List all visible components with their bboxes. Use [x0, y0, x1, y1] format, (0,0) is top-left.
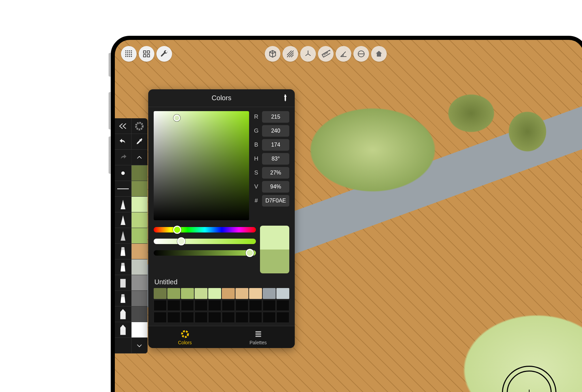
- empty-swatch[interactable]: [263, 300, 276, 311]
- swatch-slot-1[interactable]: [132, 181, 148, 196]
- chevron-up-icon[interactable]: [132, 150, 148, 165]
- redo-icon[interactable]: [115, 150, 132, 165]
- axis-icon[interactable]: [300, 46, 316, 62]
- brush-tool-marker[interactable]: [115, 244, 132, 259]
- empty-swatch[interactable]: [222, 312, 235, 323]
- brush-tool-calli[interactable]: [115, 322, 132, 337]
- empty-swatch[interactable]: [208, 312, 221, 323]
- color-wheel-icon[interactable]: [132, 118, 148, 134]
- swatch-slot[interactable]: [132, 228, 148, 243]
- apps-grid-icon[interactable]: [139, 46, 154, 62]
- gallery-grid-icon[interactable]: [121, 46, 137, 62]
- empty-swatch[interactable]: [195, 312, 208, 323]
- svg-rect-16: [143, 51, 146, 53]
- brush-tool-flat[interactable]: [115, 275, 132, 290]
- collapse-sidebar-icon[interactable]: [115, 118, 132, 134]
- palette-swatch[interactable]: [249, 288, 262, 299]
- palette-swatch[interactable]: [181, 288, 194, 299]
- panel-tabs: Colors Palettes: [148, 326, 295, 348]
- empty-swatch[interactable]: [167, 312, 180, 323]
- value-slider[interactable]: [154, 250, 256, 256]
- empty-swatch[interactable]: [208, 300, 221, 311]
- brush-tool-pen[interactable]: [115, 197, 132, 212]
- tab-colors[interactable]: Colors: [148, 326, 221, 348]
- palettes-tab-icon: [254, 330, 263, 338]
- empty-swatch[interactable]: [249, 312, 262, 323]
- empty-swatch[interactable]: [154, 300, 167, 311]
- empty-swatch[interactable]: [249, 300, 262, 311]
- swatch-slot[interactable]: [132, 197, 148, 212]
- label-v: V: [253, 183, 259, 190]
- swatch-slot[interactable]: [132, 244, 148, 259]
- palette-swatch[interactable]: [208, 288, 221, 299]
- hue-thumb[interactable]: [173, 226, 181, 234]
- swatch-slot[interactable]: [132, 212, 148, 228]
- ruler-icon[interactable]: [318, 46, 334, 62]
- object-3d-icon[interactable]: [265, 46, 280, 62]
- brush-tool-marker[interactable]: [115, 291, 132, 306]
- sv-cursor[interactable]: [173, 115, 180, 121]
- empty-swatch[interactable]: [276, 300, 289, 311]
- settings-wrench-icon[interactable]: [156, 46, 172, 62]
- swatch-slot[interactable]: [132, 291, 148, 306]
- preview-previous: [260, 250, 289, 273]
- brush-tool-marker[interactable]: [115, 259, 132, 275]
- empty-swatch[interactable]: [235, 312, 248, 323]
- saturation-value-picker[interactable]: [154, 111, 249, 220]
- brush-tool-pen[interactable]: [115, 212, 132, 228]
- label-s: S: [253, 169, 259, 176]
- empty-swatch[interactable]: [222, 300, 235, 311]
- palette-swatch[interactable]: [222, 288, 235, 299]
- value-h[interactable]: 83°: [262, 153, 289, 165]
- val-thumb[interactable]: [246, 249, 254, 257]
- chevron-down-icon[interactable]: [132, 338, 148, 353]
- swatch-slot[interactable]: [132, 306, 148, 322]
- palette-swatch[interactable]: [195, 288, 208, 299]
- svg-point-11: [131, 54, 132, 55]
- swatch-slot-top[interactable]: [132, 165, 148, 181]
- brush-tool-calli[interactable]: [115, 306, 132, 322]
- swatch-slot[interactable]: [132, 259, 148, 275]
- eyedropper-tool-icon[interactable]: [132, 134, 148, 149]
- panel-eyedropper-icon[interactable]: [280, 93, 291, 103]
- palette-swatch-row: [154, 288, 289, 299]
- value-hex[interactable]: D7F0AE: [262, 195, 289, 207]
- value-b[interactable]: 174: [262, 139, 289, 151]
- empty-swatch[interactable]: [263, 312, 276, 323]
- value-s[interactable]: 27%: [262, 167, 289, 179]
- empty-swatch[interactable]: [154, 312, 167, 323]
- palette-swatch[interactable]: [276, 288, 289, 299]
- swatch-slot[interactable]: [132, 322, 148, 337]
- palette-swatch[interactable]: [235, 288, 248, 299]
- brush-shape-line[interactable]: [115, 181, 132, 196]
- label-r: R: [253, 114, 259, 120]
- saturation-slider[interactable]: [154, 239, 256, 244]
- palette-swatch[interactable]: [154, 288, 167, 299]
- empty-swatch[interactable]: [181, 312, 194, 323]
- home-icon[interactable]: [371, 46, 387, 62]
- palette-swatch[interactable]: [263, 288, 276, 299]
- colors-tab-icon: [181, 330, 189, 338]
- palette-swatch[interactable]: [167, 288, 180, 299]
- value-g[interactable]: 240: [262, 125, 289, 137]
- undo-icon[interactable]: [115, 134, 132, 149]
- palette-name[interactable]: Untitled: [154, 278, 289, 286]
- empty-swatch[interactable]: [235, 300, 248, 311]
- empty-swatch[interactable]: [181, 300, 194, 311]
- svg-rect-20: [322, 50, 330, 57]
- empty-swatch[interactable]: [167, 300, 180, 311]
- tab-palettes[interactable]: Palettes: [221, 326, 295, 348]
- svg-point-12: [125, 56, 126, 57]
- hue-slider[interactable]: [154, 227, 256, 232]
- empty-swatch[interactable]: [195, 300, 208, 311]
- sat-thumb[interactable]: [177, 237, 185, 245]
- disable-icon[interactable]: [353, 46, 369, 62]
- hatching-fill-icon[interactable]: [282, 46, 298, 62]
- brush-shape-dot[interactable]: [115, 165, 132, 181]
- value-r[interactable]: 215: [262, 111, 289, 123]
- value-v[interactable]: 94%: [262, 181, 289, 193]
- swatch-slot[interactable]: [132, 275, 148, 290]
- angle-icon[interactable]: [336, 46, 351, 62]
- brush-tool-pencil[interactable]: [115, 228, 132, 243]
- empty-swatch[interactable]: [276, 312, 289, 323]
